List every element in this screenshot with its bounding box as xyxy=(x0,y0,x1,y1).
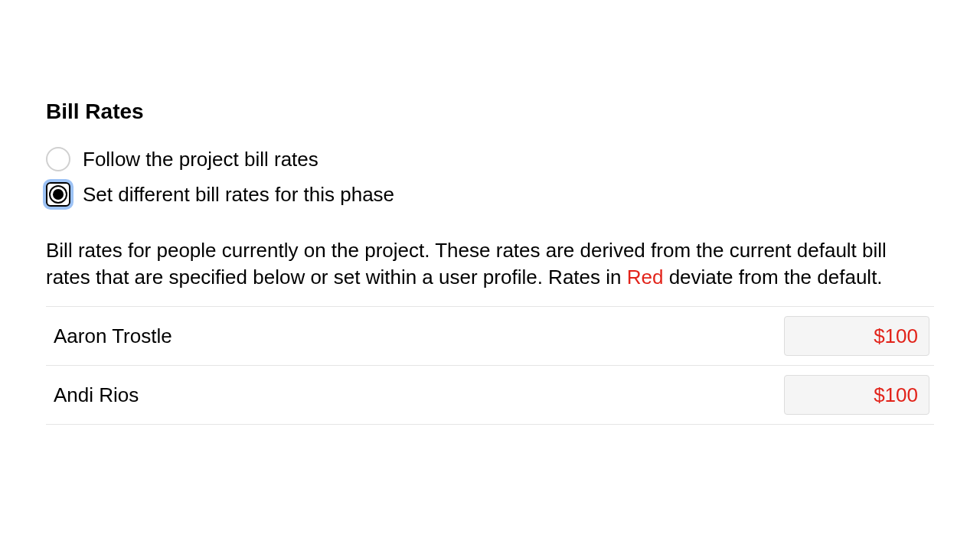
desc-red-word: Red xyxy=(627,266,664,289)
person-name: Aaron Trostle xyxy=(54,324,172,348)
table-row: Andi Rios xyxy=(46,365,934,425)
person-name: Andi Rios xyxy=(54,383,139,407)
radio-follow-project[interactable]: Follow the project bill rates xyxy=(46,147,934,171)
rate-input[interactable] xyxy=(784,375,929,415)
section-title: Bill Rates xyxy=(46,99,934,124)
rates-description: Bill rates for people currently on the p… xyxy=(46,237,934,291)
table-row: Aaron Trostle xyxy=(46,306,934,365)
radio-set-different[interactable]: Set different bill rates for this phase xyxy=(46,182,934,207)
rate-table: Aaron Trostle Andi Rios xyxy=(46,306,934,425)
radio-icon-selected xyxy=(46,182,70,207)
bill-rate-radio-group: Follow the project bill rates Set differ… xyxy=(46,147,934,207)
rate-input[interactable] xyxy=(784,316,929,356)
radio-follow-label: Follow the project bill rates xyxy=(83,148,318,171)
radio-set-different-label: Set different bill rates for this phase xyxy=(83,183,394,207)
desc-part2: deviate from the default. xyxy=(663,266,882,289)
radio-icon xyxy=(46,147,70,171)
